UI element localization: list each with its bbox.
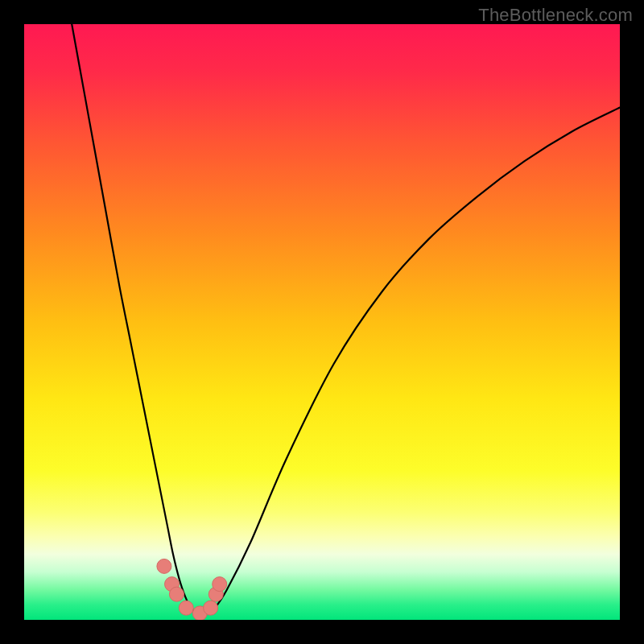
bottleneck-curve — [72, 24, 620, 613]
watermark-text: TheBottleneck.com — [478, 5, 633, 26]
marker-point — [213, 577, 227, 592]
marker-point — [169, 587, 184, 601]
marker-point — [179, 601, 193, 615]
chart-area — [24, 24, 620, 620]
marker-point — [157, 559, 171, 573]
marker-group — [157, 559, 227, 620]
marker-point — [204, 601, 218, 615]
plot-layer — [24, 24, 620, 620]
